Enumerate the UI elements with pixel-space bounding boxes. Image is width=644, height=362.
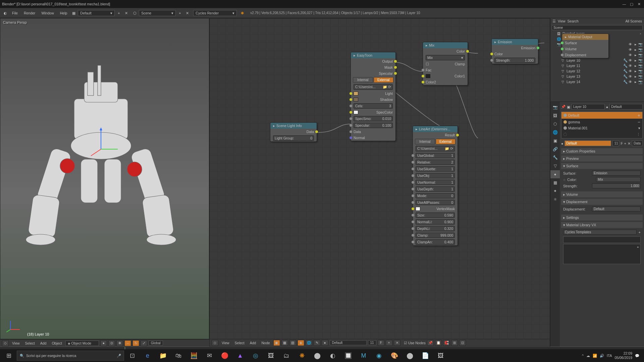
displacement-dropdown[interactable]: Default [592, 206, 641, 212]
linestyle-shader-icon[interactable]: ✎ [314, 340, 320, 346]
lineart-internal-button[interactable]: Internal [415, 139, 435, 144]
view3d-menu-select[interactable]: Select [23, 341, 37, 346]
notepad-icon[interactable]: 📄 [418, 350, 433, 361]
rotate-gizmo-icon[interactable]: ↻ [132, 340, 139, 346]
nodeed-material-dropdown[interactable]: Default [330, 340, 367, 345]
slot-add-icon[interactable]: + [638, 113, 640, 118]
shader-tree-icon[interactable]: ◉ [273, 340, 280, 346]
photos-icon[interactable]: 🖼 [433, 350, 448, 361]
lineart-path-field[interactable]: C:\Users\ni...📁 ⟳ [416, 146, 455, 152]
mix-blend-dropdown[interactable]: Mix▾ [426, 55, 465, 60]
engine-dropdown[interactable]: Cycles Render▾ [193, 10, 237, 16]
obs-icon[interactable]: ⬤ [310, 350, 325, 361]
nodeed-editor-type-icon[interactable]: ◇ [212, 340, 218, 346]
scene-icon[interactable]: ⬡ [132, 10, 138, 16]
app-icon[interactable]: ◎ [248, 350, 263, 361]
mic-icon[interactable]: 🎤 [117, 354, 121, 358]
tab-world[interactable]: 🌐 [550, 128, 560, 136]
outliner-row[interactable]: ▽Layer 14🔧👁▸📷 [550, 79, 644, 84]
panel-settings[interactable]: ▸ Settings [561, 215, 643, 221]
outliner-row[interactable]: ▽Layer 13🔧👁▸📷 [550, 74, 644, 79]
mat-users-field[interactable]: 11 [368, 340, 376, 345]
strength-field[interactable]: 1.000 [592, 183, 641, 188]
scene-dropdown[interactable]: Scene▾ [139, 10, 176, 16]
node-mix[interactable]: ▸Mix Color Mix▾ ☐Clamp Fac Color1 Color2 [423, 42, 468, 85]
nodeed-menu-node[interactable]: Node [259, 340, 272, 346]
world-shader-icon[interactable]: 🌐 [306, 340, 312, 346]
app-icon[interactable]: ▲ [233, 350, 248, 361]
compositor-tree-icon[interactable]: ▦ [281, 340, 288, 346]
app-icon[interactable]: ◉ [372, 350, 386, 361]
material-slot[interactable]: gomma− [561, 119, 642, 125]
copy-nodes-icon[interactable]: 📋 [435, 340, 442, 346]
eye-icon[interactable]: 👁 [628, 42, 633, 47]
app-icon[interactable]: 🖼 [264, 350, 278, 361]
app-icon[interactable]: 🎨 [387, 350, 402, 361]
tab-physics[interactable]: ⚛ [550, 195, 560, 203]
outliner-scene-box[interactable]: Scene [552, 25, 643, 30]
orientation-dropdown[interactable]: Global [149, 341, 163, 346]
panel-volume[interactable]: ▸ Volume [561, 191, 643, 197]
language-icon[interactable]: ITA [607, 354, 612, 358]
outliner-display-dropdown[interactable]: All Scenes [625, 19, 642, 23]
maya-icon[interactable]: M [356, 350, 371, 361]
app-icon[interactable]: 🗂 [279, 350, 294, 361]
node-emission[interactable]: ▸Emission Emission Color Strength:1.000 [491, 39, 538, 64]
mat-fakeuser-button[interactable]: F [378, 340, 384, 346]
translate-gizmo-icon[interactable]: ↔ [124, 340, 131, 346]
tab-object[interactable]: ▣ [550, 137, 560, 145]
mail-icon[interactable]: ✉ [202, 350, 217, 361]
panel-displacement[interactable]: ▾ Displacement [561, 199, 643, 205]
outliner-editor-type-icon[interactable]: ☰ [552, 19, 556, 23]
node-editor[interactable]: ▸Scene Light Info Data Light Group:0 ▸Ea… [209, 18, 550, 347]
cloud-icon[interactable]: ☁ [586, 354, 590, 358]
cycles-templates-dropdown[interactable]: Cycles Templates [563, 230, 637, 235]
panel-custom-properties[interactable]: ▸ Custom Properties [561, 148, 643, 154]
panel-preview[interactable]: ▸ Preview [561, 156, 643, 162]
view3d-menu-object[interactable]: Object [50, 341, 64, 346]
remove-layout-icon[interactable]: ✕ [123, 10, 129, 16]
app-icon[interactable]: 🔲 [341, 350, 356, 361]
node-material-output[interactable]: ▸Material Output Surface Volume Displace… [562, 34, 609, 58]
node-scene-light-info[interactable]: ▸Scene Light Info Data Light Group:0 [270, 122, 317, 142]
easytoon-external-button[interactable]: External [374, 77, 394, 83]
add-template-icon[interactable]: + [639, 230, 641, 234]
explorer-icon[interactable]: 📁 [156, 350, 170, 361]
material-preview-icon[interactable]: ● [561, 141, 563, 145]
tray-expand-icon[interactable]: ^ [582, 354, 584, 358]
add-layout-icon[interactable]: + [116, 10, 121, 16]
easytoon-internal-button[interactable]: Internal [353, 77, 373, 83]
mat-fakeuser-button[interactable]: F [621, 141, 623, 145]
calculator-icon[interactable]: 🧮 [186, 350, 201, 361]
mat-unlink-button[interactable]: ✕ [628, 141, 631, 145]
start-menu-icon[interactable]: ⊞ [1, 350, 16, 361]
pin-icon[interactable]: 📌 [561, 105, 566, 109]
tab-scene[interactable]: ⬡ [550, 120, 560, 128]
outliner-search[interactable]: Search [568, 19, 579, 23]
nodeed-menu-view[interactable]: View [220, 340, 231, 346]
cursor-sel-icon[interactable]: ▸ [633, 42, 638, 47]
tab-render[interactable]: 📷 [550, 103, 560, 111]
easytoon-path-field[interactable]: C:\Users\ni...📁 ⟳ [354, 84, 393, 90]
panel-material-library[interactable]: ▾ Material Library VX [561, 222, 643, 228]
tab-texture[interactable]: ▦ [550, 179, 560, 187]
menu-help[interactable]: Help [57, 10, 70, 16]
action-center-icon[interactable]: 💬 [635, 354, 639, 358]
app-icon[interactable]: ⬤ [402, 350, 417, 361]
tab-modifiers[interactable]: 🔧 [550, 154, 560, 162]
nodeed-menu-select[interactable]: Select [233, 340, 247, 346]
layout-dropdown[interactable]: Default▾ [78, 10, 115, 16]
blender-icon[interactable]: ❋ [294, 350, 309, 361]
outliner-row[interactable]: ▽Layer 10🔧👁▸📷 [550, 58, 644, 63]
menu-window[interactable]: Window [39, 10, 56, 16]
pivot-icon[interactable]: ⊙ [108, 340, 115, 346]
datablock-icon[interactable]: ▫ [638, 32, 643, 36]
mat-add-button[interactable]: + [386, 340, 392, 346]
autogroup-icon[interactable]: ⊞ [451, 340, 458, 346]
material-slot[interactable]: Material.001▾ [561, 125, 642, 131]
breadcrumb-object[interactable]: Layer 10 [572, 104, 605, 110]
3d-viewport[interactable]: Camera Persp [0, 18, 209, 339]
outliner-row[interactable]: ▽Layer 11🔧👁▸📷 [550, 63, 644, 68]
lineart-external-button[interactable]: External [436, 139, 456, 144]
slot-remove-icon[interactable]: − [638, 119, 640, 125]
